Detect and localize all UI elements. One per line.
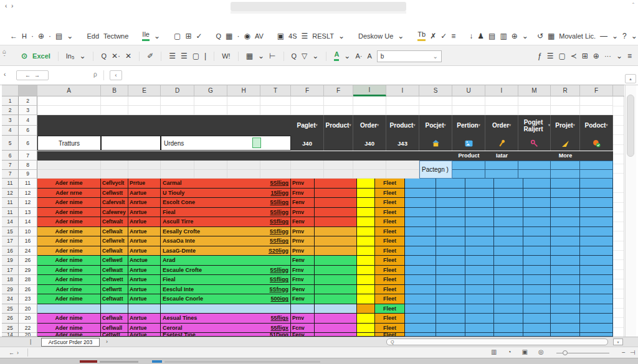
cell-description[interactable]: Escolt Cone5Slligg: [161, 198, 291, 208]
cell-blank[interactable]: [315, 256, 357, 266]
cell-type[interactable]: Anrtue: [128, 294, 161, 304]
row-header[interactable]: 14: [2, 217, 19, 227]
cell-blue[interactable]: [523, 333, 551, 337]
filter-caret-icon[interactable]: ▾: [478, 122, 480, 129]
board-icon[interactable]: ▤: [488, 32, 495, 40]
row-header-col2[interactable]: 6: [19, 136, 37, 151]
dash-icon[interactable]: —: [600, 32, 607, 40]
cell-yellow[interactable]: [357, 275, 375, 285]
cell-type[interactable]: Anrtue: [128, 208, 161, 218]
empty-cell[interactable]: [551, 96, 580, 106]
cell-category[interactable]: Ceftwalt: [101, 217, 128, 227]
zoom-out-icon[interactable]: −: [622, 349, 626, 356]
wrap-button[interactable]: W!: [222, 53, 230, 60]
cell-blue[interactable]: [436, 198, 465, 208]
cell-nav-box[interactable]: ← →: [16, 70, 49, 80]
cell-blue[interactable]: [494, 198, 523, 208]
cell-blue[interactable]: [580, 189, 613, 198]
cell-fleet[interactable]: Fleet: [375, 179, 405, 189]
comment-icon[interactable]: ◔: [507, 348, 511, 355]
filter-caret-icon[interactable]: ▾: [548, 122, 550, 129]
cell-blue[interactable]: [436, 217, 465, 227]
zoom-slider-knob[interactable]: [563, 350, 568, 355]
menu-icon[interactable]: ☰: [302, 32, 308, 40]
empty-cell[interactable]: [485, 106, 518, 115]
corner-header[interactable]: [2, 85, 19, 96]
empty-cell[interactable]: [101, 106, 128, 115]
cell-blue[interactable]: [494, 324, 523, 334]
cell-category[interactable]: Cafewrey: [101, 208, 128, 218]
tectwne-button[interactable]: Tectwne: [103, 33, 128, 40]
column-header-f10[interactable]: F: [324, 85, 353, 96]
cell-blue[interactable]: [580, 275, 613, 285]
empty-cell[interactable]: [101, 96, 128, 106]
table-header-order[interactable]: Order ▾: [485, 115, 518, 136]
cell-blue[interactable]: [523, 314, 551, 324]
cell-status[interactable]: Frnv: [291, 266, 315, 276]
urdens-cell[interactable]: Urdens: [161, 136, 291, 151]
cell-blue[interactable]: [523, 236, 551, 246]
empty-cell[interactable]: [291, 96, 324, 106]
cell-blue[interactable]: [580, 333, 613, 337]
cell-blue[interactable]: [405, 217, 436, 227]
cell-blue[interactable]: [405, 285, 436, 295]
cell-type[interactable]: Anrtue: [128, 198, 161, 208]
cell-blue[interactable]: [405, 314, 436, 324]
cell-status[interactable]: Prnv: [291, 314, 315, 324]
empty-cell[interactable]: [194, 96, 227, 106]
font-icon[interactable]: A: [367, 53, 371, 60]
empty-cell[interactable]: [353, 170, 386, 179]
check-icon[interactable]: ✓: [196, 32, 202, 40]
font-grow-icon[interactable]: A·: [355, 53, 362, 60]
cell-name[interactable]: Ader nime: [37, 236, 101, 246]
empty-cell[interactable]: [386, 96, 419, 106]
board-alt-icon[interactable]: ▥: [500, 32, 507, 40]
cell-blue[interactable]: [580, 314, 613, 324]
add-icon[interactable]: ⊕: [593, 52, 599, 60]
column-header-i12[interactable]: I: [386, 85, 419, 96]
cell-blue[interactable]: [436, 314, 465, 324]
cell-description[interactable]: Ascull Tirre5Sfligg: [161, 217, 291, 227]
cell-description[interactable]: Eesclul Inte5Sfngg: [161, 285, 291, 295]
cell-yellow[interactable]: [357, 324, 375, 334]
cell-status[interactable]: Fenv: [291, 294, 315, 304]
print-icon[interactable]: ⊕: [38, 32, 44, 40]
new-file-icon[interactable]: ⊞: [582, 52, 588, 60]
row-header[interactable]: 2: [2, 106, 19, 115]
copy-icon[interactable]: ⊞: [185, 32, 191, 40]
cell-category[interactable]: Ceflwall: [101, 324, 128, 334]
clipboard-icon[interactable]: ▢: [558, 52, 565, 60]
cell-blue[interactable]: [580, 256, 613, 266]
cell-name[interactable]: Ader nime: [37, 275, 101, 285]
table-header-pogjet-raljert[interactable]: Pogjet Raljert ▾: [518, 115, 551, 136]
row-header-col2[interactable]: 6: [19, 126, 37, 136]
cell-blue[interactable]: [405, 275, 436, 285]
cell-status[interactable]: Prnv: [291, 236, 315, 246]
font-color-icon[interactable]: A: [334, 51, 339, 61]
cell-status[interactable]: Prnv: [291, 179, 315, 189]
cell-category[interactable]: Ceflwalt: [101, 314, 128, 324]
row-header-col2[interactable]: 12: [19, 198, 37, 208]
cell-blank[interactable]: [315, 227, 357, 237]
cell-blue[interactable]: [465, 304, 494, 314]
filter-caret-icon[interactable]: ▾: [606, 122, 607, 129]
scroll-corner-box[interactable]: ▾: [613, 338, 623, 345]
share-icon[interactable]: ≺: [571, 52, 577, 60]
empty-cell[interactable]: [386, 161, 419, 170]
house-icon[interactable]: [419, 136, 452, 151]
search-icon[interactable]: Q: [216, 33, 222, 40]
status-icon[interactable]: [580, 136, 613, 151]
filter-caret-icon[interactable]: ▾: [573, 122, 575, 129]
cell-name[interactable]: Ader nime: [37, 208, 101, 218]
row-header[interactable]: 7: [2, 170, 19, 179]
chevron-down-icon[interactable]: ⌄: [522, 32, 528, 40]
cell-blue[interactable]: [523, 217, 551, 227]
cell-blank[interactable]: [315, 333, 357, 337]
list-icon[interactable]: ≡: [451, 32, 455, 40]
find-icon[interactable]: Q: [292, 53, 297, 60]
row-header-col2[interactable]: 12: [19, 189, 37, 198]
cell-blank[interactable]: [315, 198, 357, 208]
cell-type[interactable]: Anrtue: [128, 227, 161, 237]
cell-name[interactable]: Ader rime: [37, 285, 101, 295]
corner-caret-icon[interactable]: ˆ: [632, 2, 634, 9]
